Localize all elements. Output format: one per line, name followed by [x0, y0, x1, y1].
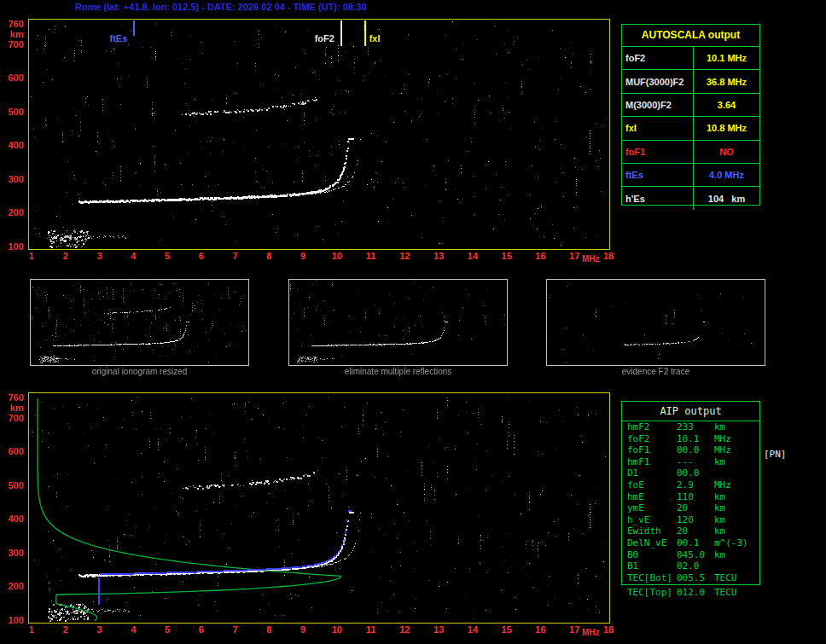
x-axis-tick: 12 [395, 624, 414, 635]
thumbnail-f2-canvas [547, 280, 765, 365]
x-axis-tick: 9 [294, 624, 312, 635]
aip-row-unit: MHz [714, 444, 759, 456]
y-axis-tick: 400 [2, 513, 24, 525]
aip-row-value: 00.0 [677, 444, 714, 456]
aip-row-unit: m^(-3) [714, 537, 759, 549]
aip-table-row: DelN_vE 00.1 m^(-3) [622, 537, 759, 549]
autoscala-row-label: ftEs [622, 164, 694, 186]
x-axis-tick: 12 [395, 251, 414, 262]
y-axis-tick: 600 [2, 72, 24, 84]
y-axis-tick: 200 [2, 206, 24, 218]
y-axis-tick: 100 [2, 241, 24, 252]
aip-table-row: B1 02.0 [622, 560, 759, 572]
thumbnail-full-canvas [31, 280, 248, 365]
x-axis-tick: 11 [362, 624, 381, 635]
autoscala-row-value: 4.0 MHz [694, 170, 759, 180]
x-axis-tick: 8 [259, 251, 278, 262]
autoscala-table-row: ftEs 4.0 MHz [622, 163, 759, 186]
x-axis-tick: 14 [463, 251, 482, 262]
x-axis-tick: 11 [362, 251, 381, 262]
thumbnail-caption: eliminate multiple reflections [288, 367, 508, 376]
aip-row-unit: km [714, 525, 759, 537]
aip-tec-top-row: TEC[Top] 012.0 TECU [622, 587, 760, 599]
y-axis-tick: 400 [2, 139, 24, 151]
autoscala-row-value: 104 km [694, 194, 759, 204]
autoscala-table-rows: foF2 10.1 MHz MUF(3000)F2 36.8 MHz M(300… [622, 47, 759, 210]
aip-row-name: TEC[Bot] [622, 572, 677, 584]
aip-row-value: 120 [677, 514, 714, 526]
thumbnail-full [30, 279, 249, 366]
aip-table-row: ymE 20 km [622, 502, 759, 514]
marker-fxi-line [364, 20, 366, 46]
x-axis-tick: 4 [124, 251, 143, 262]
x-axis-tick: 6 [192, 624, 211, 635]
aip-row-unit: km [714, 502, 759, 514]
thumbnail-f2 [546, 279, 765, 366]
aip-table-row: hmE 110 km [622, 491, 759, 503]
aip-row-value: 110 [677, 491, 714, 503]
aip-row-value: --- [677, 456, 714, 468]
aip-table-row: hmF2 233 km [622, 421, 759, 433]
aip-row-value: 02.0 [677, 560, 714, 572]
aip-table-row: Ewidth 20 km [622, 525, 759, 537]
y-axis-tick: 100 [2, 614, 24, 626]
x-axis-tick: 17 [565, 251, 584, 262]
autoscala-row-label: M(3000)F2 [622, 94, 694, 116]
aip-row-unit [714, 467, 759, 479]
autoscala-row-value: 10.8 MHz [694, 123, 759, 133]
aip-row-value: 00.0 [677, 467, 714, 479]
x-axis-tick: 1 [22, 624, 41, 635]
thumbnail-caption: evidence F2 trace [546, 367, 765, 376]
aip-row-value: 00.1 [677, 537, 714, 549]
aip-table-row: hmF1 --- km [622, 456, 759, 468]
aip-row-unit: km [714, 491, 759, 503]
x-axis-tick: 18 [599, 251, 618, 262]
x-axis-tick: 13 [429, 624, 448, 635]
aip-row-name: foE [622, 479, 677, 491]
aip-row-name: DelN_vE [622, 537, 677, 549]
autoscala-row-value: 10.1 MHz [694, 53, 759, 63]
autoscala-app: { "header": { "title": "Rome (lat: +41.8… [0, 0, 826, 644]
marker-ftes-label: ftEs [93, 33, 127, 44]
x-axis-tick: 10 [328, 624, 346, 635]
aip-row-unit: TECU [714, 572, 759, 584]
aip-row-value: 20 [677, 525, 714, 537]
x-axis-tick: 18 [599, 624, 618, 635]
x-axis-tick: 7 [226, 251, 245, 262]
y-axis-tick: 700 [2, 38, 24, 50]
autoscala-table-row: MUF(3000)F2 36.8 MHz [622, 69, 759, 92]
x-axis-tick: 10 [328, 251, 346, 262]
aip-table-title: AIP output [622, 402, 759, 421]
aip-table-rows: hmF2 233 km foF2 10.1 MHz foF1 00.0 MHz … [622, 421, 759, 583]
aip-row-unit: km [714, 456, 759, 468]
aip-row-name: foF2 [622, 433, 677, 445]
thumbnail-clean [288, 279, 508, 366]
autoscala-row-value: 3.64 [694, 100, 759, 110]
aip-row-name: hmF1 [622, 456, 677, 468]
aip-row-value: 233 [677, 421, 714, 433]
aip-row-name: foF1 [622, 444, 677, 456]
x-axis-tick: 7 [226, 624, 245, 635]
autoscala-table-row: h'Es 104 km [622, 186, 759, 209]
x-axis-tick: 14 [463, 624, 482, 635]
aip-row-name: B1 [622, 560, 677, 572]
aip-row-name: B0 [622, 549, 677, 561]
marker-ftes-line [133, 20, 135, 36]
aip-row-value: 2.9 [677, 479, 714, 491]
aip-row-value: 10.1 [677, 433, 714, 445]
autoscala-table-title: AUTOSCALA output [622, 25, 759, 47]
autoscala-row-label: fxI [622, 117, 694, 139]
aip-row-unit: MHz [714, 433, 759, 445]
ionogram-bottom-plot [28, 392, 610, 624]
autoscala-row-value: 36.8 MHz [694, 77, 759, 87]
aip-row-name: h_vE [622, 514, 677, 526]
autoscala-table-row: M(3000)F2 3.64 [622, 93, 759, 116]
x-axis-tick: 2 [56, 624, 75, 635]
x-axis-tick: 8 [259, 624, 278, 635]
aip-row-unit: km [714, 514, 759, 526]
autoscala-table-row: fxI 10.8 MHz [622, 116, 759, 139]
x-axis-tick: 13 [429, 251, 448, 262]
aip-table-row: foF1 00.0 MHz [622, 444, 759, 456]
y-axis-tick: 500 [2, 106, 24, 118]
x-axis-tick: 2 [56, 251, 75, 262]
